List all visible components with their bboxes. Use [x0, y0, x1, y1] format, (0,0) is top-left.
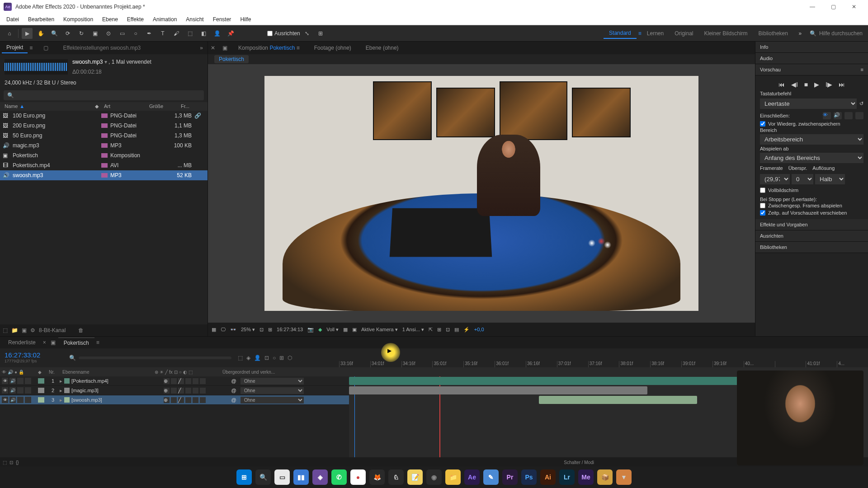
taskbar-app[interactable]: ▭: [274, 469, 290, 485]
tab-effekteinstellungen[interactable]: Effekteinstellungen swoosh.mp3: [59, 43, 144, 53]
range-select[interactable]: Arbeitsbereich: [760, 134, 863, 145]
selection-tool-icon[interactable]: ▶: [22, 28, 33, 39]
camera-snapshot-icon[interactable]: 📷: [307, 327, 314, 333]
menu-fenster[interactable]: Fenster: [208, 14, 236, 24]
snapshot-icon[interactable]: ⊞: [268, 327, 272, 333]
taskbar-app[interactable]: Lr: [559, 469, 575, 485]
col-type[interactable]: Art: [102, 103, 147, 109]
asset-name[interactable]: swoosh.mp3: [72, 59, 107, 65]
roto-tool-icon[interactable]: 👤: [212, 28, 222, 39]
zoom-tool-icon[interactable]: 🔍: [49, 28, 60, 39]
label-color[interactable]: [101, 123, 108, 128]
stop-icon[interactable]: ■: [804, 81, 808, 88]
parent-select[interactable]: Ohne: [241, 387, 304, 394]
guides-icon[interactable]: ⊡: [446, 327, 450, 333]
workspace-overflow-icon[interactable]: »: [795, 28, 806, 39]
ruler-tick[interactable]: 37:01f: [557, 361, 588, 367]
tab-footage[interactable]: Footage (ohne): [311, 43, 355, 53]
ruler-tick[interactable]: 36:16f: [526, 361, 557, 367]
skip-select[interactable]: 0: [792, 174, 813, 184]
pen-tool-icon[interactable]: ✒: [144, 28, 155, 39]
switch-4[interactable]: [185, 397, 191, 403]
project-item[interactable]: 🎞 Pokertisch.mp4 AVI ... MB: [0, 160, 208, 170]
ruler-tick[interactable]: 37:16f: [588, 361, 619, 367]
toggle-modes-icon[interactable]: ⊡: [9, 460, 13, 465]
tab-renderliste[interactable]: Renderliste: [3, 338, 41, 347]
ruler-tick[interactable]: 34:01f: [370, 361, 401, 367]
brush-tool-icon[interactable]: 🖌: [171, 28, 182, 39]
switch-4[interactable]: [185, 378, 191, 384]
switches-modes-label[interactable]: Schalter / Modi: [564, 460, 594, 465]
switch-shy-icon[interactable]: ⊛: [155, 370, 158, 375]
label-color[interactable]: [101, 173, 108, 178]
switch-3[interactable]: ╱: [178, 388, 184, 394]
ruler-tick[interactable]: 41:01f: [806, 361, 837, 367]
rotate-tool-icon[interactable]: ↻: [76, 28, 87, 39]
label-color[interactable]: [101, 113, 108, 118]
col-label-icon[interactable]: ◆: [93, 103, 102, 109]
pixel-aspect-icon[interactable]: ▤: [454, 327, 459, 333]
menu-bearbeiten[interactable]: Bearbeiten: [24, 14, 59, 24]
switch-mblur-icon[interactable]: ○: [179, 370, 182, 375]
layer-name[interactable]: [Pokertisch.mp4]: [71, 378, 108, 384]
interpret-footage-icon[interactable]: ⬚: [3, 327, 8, 333]
time-ruler[interactable]: 33:16f34:01f34:16f35:01f35:16f36:01f36:1…: [339, 348, 868, 367]
video-toggle[interactable]: 👁: [2, 378, 8, 384]
switch-5[interactable]: [193, 388, 198, 394]
type-tool-icon[interactable]: T: [157, 28, 168, 39]
workspace-biblio[interactable]: Bibliotheken: [753, 28, 793, 38]
switch-5[interactable]: [193, 397, 198, 403]
taskbar-app[interactable]: 📁: [445, 469, 461, 485]
switch-3[interactable]: ╱: [178, 397, 184, 403]
switch-6[interactable]: [200, 397, 206, 403]
color-mgmt-icon[interactable]: ◆: [318, 327, 322, 333]
layer-clip[interactable]: [349, 386, 647, 394]
play-icon[interactable]: ▶: [814, 81, 819, 88]
audio-toggle[interactable]: 🔊: [9, 378, 16, 384]
move-time-checkbox[interactable]: [760, 210, 765, 216]
taskbar-app[interactable]: ✎: [483, 469, 499, 485]
switch-3[interactable]: ╱: [178, 378, 184, 384]
motion-blur-icon[interactable]: ○: [273, 355, 276, 361]
video-toggle[interactable]: 👁: [2, 397, 8, 403]
switch-6[interactable]: [200, 378, 206, 384]
taskbar-app[interactable]: Ps: [521, 469, 537, 485]
ruler-tick[interactable]: 35:01f: [432, 361, 463, 367]
zoom-dropdown[interactable]: 25% ▾: [241, 327, 255, 333]
layer-clip[interactable]: [539, 396, 697, 404]
adjust-icon[interactable]: ⚙: [30, 327, 35, 333]
switch-6[interactable]: [200, 388, 206, 394]
panel-vorschau[interactable]: Vorschau≡: [755, 64, 868, 75]
tab-comp-pokertisch[interactable]: Pokertisch: [58, 338, 94, 348]
ruler-tick[interactable]: 33:16f: [339, 361, 370, 367]
ruler-tick[interactable]: 38:01f: [619, 361, 650, 367]
taskbar-app[interactable]: ⊞: [236, 469, 252, 485]
lock-toggle[interactable]: [25, 397, 31, 403]
menu-hilfe[interactable]: Hilfe: [236, 14, 255, 24]
home-icon[interactable]: ⌂: [4, 28, 15, 39]
col-audio-icon[interactable]: 🔊: [8, 370, 13, 375]
audio-toggle[interactable]: 🔊: [9, 387, 16, 394]
switch-1[interactable]: ⊕: [164, 378, 170, 384]
maximize-button[interactable]: ▢: [823, 0, 844, 14]
resolution-dropdown[interactable]: Voll ▾: [326, 327, 339, 333]
switch-5[interactable]: [193, 378, 198, 384]
taskbar-app[interactable]: Me: [578, 469, 594, 485]
col-label-icon[interactable]: ◆: [36, 370, 47, 375]
playfrom-select[interactable]: Anfang des Bereichs: [760, 153, 863, 163]
project-item[interactable]: 🖼 50 Euro.png PNG-Datei 1,3 MB: [0, 131, 208, 141]
label-color[interactable]: [101, 143, 108, 148]
layer-row[interactable]: 👁 🔊 3 ▸ [swoosh.mp3] ⊕ ╱ @ Ohne: [0, 395, 349, 405]
camera-tool-icon[interactable]: ▣: [90, 28, 100, 39]
layer-name[interactable]: [magic.mp3]: [71, 388, 99, 393]
eraser-tool-icon[interactable]: ◧: [198, 28, 209, 39]
snap-grid-icon[interactable]: ⊞: [315, 28, 326, 39]
toggle-brackets-icon[interactable]: {}: [16, 460, 19, 465]
brainstorm-icon[interactable]: ⬡: [288, 355, 292, 361]
close-button[interactable]: ✕: [844, 0, 864, 14]
viewer-lock-icon[interactable]: ✕: [211, 45, 215, 51]
panel-audio[interactable]: Audio: [755, 53, 868, 64]
tab-menu-icon[interactable]: ≡: [94, 339, 101, 346]
parent-select[interactable]: Ohne: [241, 397, 304, 404]
puppet-tool-icon[interactable]: 📌: [225, 28, 236, 39]
